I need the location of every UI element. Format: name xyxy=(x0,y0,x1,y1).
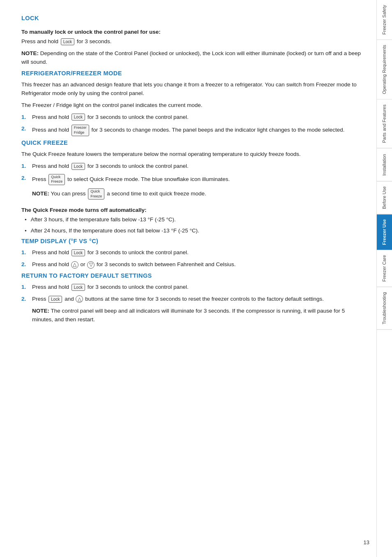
qf-note-key: QuickFreeze xyxy=(88,188,104,200)
quick-freeze-section: QUICK FREEZE The Quick Freeze feature lo… xyxy=(21,139,364,235)
quick-freeze-para1: The Quick Freeze feature lowers the temp… xyxy=(21,150,364,159)
refrigerator-freezer-steps: 1. Press and hold Lock for 3 seconds to … xyxy=(21,113,364,136)
temp-display-steps: 1. Press and hold Lock for 3 seconds to … xyxy=(21,248,364,269)
refrigerator-freezer-section: REFRIGERATOR/FREEZER MODE This freezer h… xyxy=(21,70,364,136)
page-wrapper: LOCK To manually lock or unlock the cont… xyxy=(0,0,392,557)
factory-default-heading: RETURN TO FACTORY DEFAULT SETTINGS xyxy=(21,272,364,279)
lock-section: LOCK To manually lock or unlock the cont… xyxy=(21,15,364,67)
rf-step-1: 1. Press and hold Lock for 3 seconds to … xyxy=(21,113,364,122)
quick-freeze-heading: QUICK FREEZE xyxy=(21,139,364,146)
sidebar-tab-before-use[interactable]: Before Use xyxy=(377,181,392,214)
lock-key-icon: Lock xyxy=(61,38,74,45)
td-step1-lock-key: Lock xyxy=(71,249,85,256)
qf-step-2: 2. Press QuickFreeze to select Quick Fre… xyxy=(21,174,364,185)
qf-bullets: After 3 hours, if the temperature falls … xyxy=(25,216,364,235)
td-step-2: 2. Press and hold △ or ▽ for 3 seconds t… xyxy=(21,260,364,269)
qf-note: NOTE: You can press QuickFreeze a second… xyxy=(32,188,364,200)
factory-default-section: RETURN TO FACTORY DEFAULT SETTINGS 1. Pr… xyxy=(21,272,364,324)
sidebar-tab-freezer-use[interactable]: Freezer Use xyxy=(377,214,392,250)
fd-note: NOTE: The control panel will beep and al… xyxy=(32,307,364,324)
qf-step-1: 1. Press and hold Lock for 3 seconds to … xyxy=(21,162,364,171)
temp-display-heading: TEMP DISPLAY (°F VS °C) xyxy=(21,238,364,244)
sidebar-tab-parts-and-features[interactable]: Parts and Features xyxy=(377,100,392,149)
refrigerator-freezer-para1: This freezer has an advanced design feat… xyxy=(21,81,364,98)
fd-step2-symbol-icon: △ xyxy=(76,295,83,303)
lock-heading: LOCK xyxy=(21,15,364,21)
main-content: LOCK To manually lock or unlock the cont… xyxy=(0,0,376,557)
rf-step1-lock-key: Lock xyxy=(71,114,85,121)
page-number: 13 xyxy=(364,539,369,545)
sidebar-tab-operating-requirements[interactable]: Operating Requirements xyxy=(377,40,392,100)
sidebar-tab-freezer-care[interactable]: Freezer Care xyxy=(377,250,392,287)
td-down-icon: ▽ xyxy=(87,261,95,269)
fd-step-2: 2. Press Lock and △ buttons at the same … xyxy=(21,295,364,304)
lock-instruction: Press and hold Lock for 3 seconds. xyxy=(21,37,364,46)
fd-step-1: 1. Press and hold Lock for 3 seconds to … xyxy=(21,283,364,292)
td-up-icon: △ xyxy=(71,261,78,269)
qf-auto-off-heading: The Quick Freeze mode turns off automati… xyxy=(21,207,364,213)
rf-step2-fridge-key: FreezerFridge xyxy=(71,125,89,136)
lock-note: NOTE: Depending on the state of the Cont… xyxy=(21,49,364,67)
td-step-1: 1. Press and hold Lock for 3 seconds to … xyxy=(21,248,364,257)
refrigerator-freezer-para2: The Freezer / Fridge light on the contro… xyxy=(21,101,364,110)
qf-step2-freeze-key: QuickFreeze xyxy=(48,174,65,185)
qf-step1-lock-key: Lock xyxy=(71,163,85,170)
quick-freeze-steps: 1. Press and hold Lock for 3 seconds to … xyxy=(21,162,364,185)
fd-step1-lock-key: Lock xyxy=(71,284,85,291)
sidebar: Freezer Safety Operating Requirements Pa… xyxy=(376,0,392,557)
factory-default-steps: 1. Press and hold Lock for 3 seconds to … xyxy=(21,283,364,304)
sidebar-tab-installation[interactable]: Installation xyxy=(377,149,392,181)
lock-sub-heading: To manually lock or unlock the control p… xyxy=(21,29,364,35)
rf-step-2: 2. Press and hold FreezerFridge for 3 se… xyxy=(21,125,364,136)
refrigerator-freezer-heading: REFRIGERATOR/FREEZER MODE xyxy=(21,70,364,77)
qf-bullet-1: After 3 hours, if the temperature falls … xyxy=(25,216,364,224)
sidebar-tab-freezer-safety[interactable]: Freezer Safety xyxy=(377,0,392,40)
qf-bullet-2: After 24 hours, If the temperature does … xyxy=(25,227,364,235)
fd-step2-lock-key: Lock xyxy=(48,296,62,303)
sidebar-tab-troubleshooting[interactable]: Troubleshooting xyxy=(377,287,392,330)
temp-display-section: TEMP DISPLAY (°F VS °C) 1. Press and hol… xyxy=(21,238,364,269)
